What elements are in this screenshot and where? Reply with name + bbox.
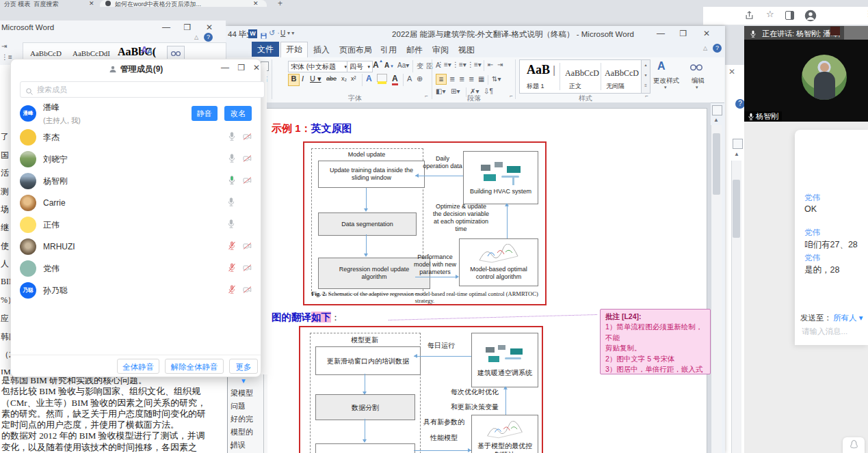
shading-icon[interactable]: ◧▾ [436,87,445,95]
member-row[interactable]: 刘晓宁 [20,148,252,170]
browse-object-icon[interactable] [733,139,743,149]
decrease-indent-icon[interactable]: ⇤ [488,61,493,68]
styles-gallery[interactable]: AaB| 标题 1 AaBbCcD 正文 AaBbCcD 无间隔 [519,59,642,94]
tab-file[interactable]: 文件 [252,42,279,57]
style-preview-heading1[interactable]: AaB [527,63,550,77]
increase-indent-icon[interactable]: ⇥ [497,61,503,68]
italic-icon[interactable]: I [302,74,304,83]
profile-avatar-icon[interactable] [804,10,817,25]
share-icon[interactable] [744,10,754,23]
qat-dropdown-icon[interactable]: ▾ ▾ [287,30,294,36]
style-preview-nospacing[interactable]: AaBbCcD [605,68,639,79]
chat-input[interactable] [800,327,866,336]
enclose-icon[interactable]: ⊕ [417,74,423,83]
minimize-icon[interactable]: — [218,63,233,72]
camera-off-icon[interactable] [243,153,252,165]
member-row-panfeng[interactable]: 潘峰 潘峰 (主持人, 我) 静音 改名 [20,100,252,126]
sidebar-icon[interactable] [785,11,794,20]
mic-muted-icon[interactable] [228,241,236,253]
mic-icon[interactable] [228,153,236,165]
superscript-icon[interactable]: x² [351,75,356,82]
rename-button[interactable]: 改名 [224,106,252,121]
menu-dots-icon[interactable]: ⋮ [865,9,868,18]
mic-icon[interactable] [227,197,235,209]
maximize-icon[interactable]: ❒ [234,63,249,72]
mute-button[interactable]: 静音 [192,106,218,121]
bullets-icon[interactable]: ⋮≡▾ [437,61,451,68]
editing-binoculars-icon[interactable] [690,61,702,74]
member-row[interactable]: 党伟 [20,258,252,279]
grow-font-icon[interactable]: A [373,60,379,70]
align-right-icon[interactable]: ≣ [459,75,464,83]
font-size-select[interactable]: 四号▾ [347,61,373,72]
scroll-up-icon[interactable]: ▲ [713,117,719,123]
sort-icon[interactable]: ⇩¶ [484,87,493,95]
align-left-icon[interactable]: ≣ [436,74,447,85]
style-preview[interactable]: AaBbCcDdI [73,49,110,57]
maximize-icon[interactable]: ❒ [180,23,195,32]
comment-balloon[interactable]: 批注 [L24]: 1）简单流程图必须重新绘制，不能剪贴复制。2）图中文字 5 … [600,309,711,374]
style-preview-normal[interactable]: AaBbCcD [565,68,599,79]
member-row[interactable]: 正伟 [20,214,252,236]
browser-tab-2[interactable]: 如何在word中表格分页后添加... ✕ [100,0,267,7]
help-icon[interactable]: ? [204,33,213,42]
ribbon-collapse-icon[interactable]: △ [703,45,707,51]
more-button[interactable]: 更多 ▾ [229,359,258,374]
minimize-icon[interactable]: — [159,23,174,32]
qq-dock-icon[interactable] [843,437,865,453]
camera-off-icon[interactable] [243,241,252,253]
search-member-box[interactable]: 搜索成员 [20,81,265,98]
minimize-icon[interactable]: — [653,29,668,38]
member-row[interactable]: 李杰 [20,126,252,148]
camera-off-icon[interactable] [243,284,252,297]
browse-object-icon[interactable] [712,105,722,115]
text-effects-icon[interactable]: A [366,74,372,83]
styles-dialog-launcher-icon[interactable]: ⌐ [645,93,648,99]
browser-tab-1[interactable]: 分页 模表_百度搜索 [4,0,59,7]
tab-home[interactable]: 开始 [280,42,308,57]
tab-close-icon[interactable]: ✕ [89,0,94,7]
mic-muted-icon[interactable] [228,262,236,275]
indent-icon[interactable]: ⇥ [1,42,7,50]
phonetic-guide-icon[interactable]: 变 [417,61,423,71]
bold-icon[interactable]: B [288,74,300,86]
font-color-icon[interactable]: A [392,74,398,83]
underline-qat-icon[interactable]: U [280,29,285,37]
unmute-all-button[interactable]: 解除全体静音 [165,359,224,374]
strikethrough-icon[interactable]: abe [326,75,337,82]
distribute-icon[interactable]: ▦ [478,75,484,83]
borders-icon[interactable]: ⊞▾ [451,87,460,95]
tab-mailings[interactable]: 邮件 [406,44,423,56]
change-case-icon[interactable]: Aa▾ [397,61,409,69]
bookmark-star-icon[interactable]: ☆ [766,9,774,19]
close-icon[interactable]: ✕ [728,67,735,77]
scrollbar-thumb[interactable] [733,180,740,238]
new-tab-button[interactable]: + [278,0,282,7]
member-row[interactable]: 乃聪 孙乃聪 [20,279,252,301]
help-icon[interactable]: ? [713,44,722,53]
multilevel-list-icon[interactable]: ⋮≡▾ [467,61,482,68]
tab-page-layout[interactable]: 页面布局 [339,44,372,56]
member-row[interactable]: Carrie [20,192,252,214]
paragraph-dialog-launcher-icon[interactable]: ⌐ [510,93,513,99]
camera-off-icon[interactable] [243,262,252,275]
font-dialog-launcher-icon[interactable]: ⌐ [425,93,428,99]
tab-insert[interactable]: 插入 [313,44,330,56]
close-icon[interactable]: ✕ [249,63,264,72]
save-icon[interactable] [260,30,267,42]
line-spacing-icon[interactable]: ⇅▾ [492,75,501,83]
numbering-icon[interactable]: ⋮≡▾ [452,61,466,68]
align-center-icon[interactable]: ≣ [449,75,455,83]
subscript-icon[interactable]: x₂ [341,75,347,82]
scroll-up-icon[interactable]: ▲ [734,151,739,157]
mic-icon[interactable] [228,131,236,143]
member-row[interactable]: 杨智刚 [20,170,252,192]
maximize-icon[interactable]: ❒ [676,29,691,38]
styles-gallery-scroll[interactable]: ▴▾≡ [641,59,650,94]
close-icon[interactable]: ✕ [699,29,714,38]
highlight-icon[interactable] [377,74,387,82]
undo-icon[interactable]: ↺ · [269,29,280,38]
mic-icon[interactable] [227,219,235,231]
camera-off-icon[interactable] [243,175,252,187]
close-icon[interactable]: ✕ [202,23,217,32]
